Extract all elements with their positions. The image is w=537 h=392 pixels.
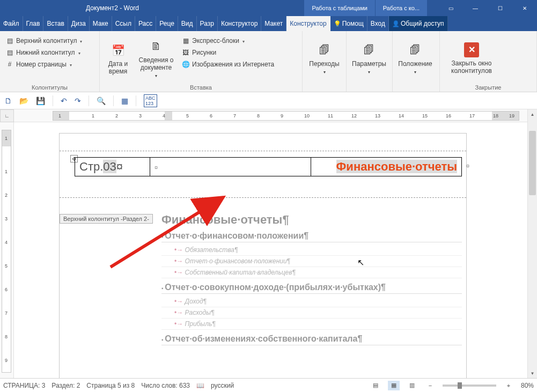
page-number-button[interactable]: #Номер страницы	[3, 59, 84, 70]
context-tab-header-tools[interactable]: Работа с ко...	[376, 0, 427, 16]
nav-icon: 🗐	[316, 42, 333, 59]
tab-design[interactable]: Диза	[68, 16, 90, 31]
ribbon-tabs: Файл Глав Встав Диза Маке Ссыл Расс Реце…	[0, 16, 537, 31]
zoom-slider[interactable]	[443, 384, 496, 387]
read-mode-icon[interactable]: ▤	[370, 381, 381, 390]
print-preview-icon[interactable]: 🔍	[97, 97, 106, 105]
list-item: Доход¶	[161, 296, 462, 307]
horizontal-ruler[interactable]: 1 1 2 3 4 5 6 7 8 9 10 11 12 13 14 15 16…	[14, 109, 527, 122]
document-body: Финансовые·отчеты¶ Отчет·о·финансовом·по…	[161, 213, 462, 347]
tab-references[interactable]: Ссыл	[112, 16, 135, 31]
tab-mailings[interactable]: Расс	[135, 16, 156, 31]
scroll-thumb[interactable]	[529, 131, 536, 195]
row-end-mark: ¤	[466, 162, 469, 169]
list-item: Обязательства¶	[161, 245, 462, 256]
spellcheck-icon[interactable]: 📖	[196, 382, 204, 389]
vertical-scrollbar[interactable]: ▲ ▼	[527, 109, 537, 378]
tab-review[interactable]: Реце	[156, 16, 178, 31]
zoom-out-button[interactable]: −	[424, 381, 436, 390]
document-info-button[interactable]: 🗎 Сведения о документе	[133, 33, 179, 83]
redo-icon[interactable]: ↷	[75, 97, 81, 105]
new-doc-icon[interactable]: 🗋	[4, 97, 12, 105]
list-item: Расходы¶	[161, 307, 462, 319]
ribbon: ▤Верхний колонтитул ▤Нижний колонтитул #…	[0, 31, 537, 92]
save-icon[interactable]: 💾	[36, 97, 45, 105]
open-icon[interactable]: 📂	[19, 97, 28, 105]
navigation-button[interactable]: 🗐Переходы	[306, 33, 343, 83]
tab-view[interactable]: Вид	[178, 16, 197, 31]
title-bar: Документ2 - Word Работа с таблицами Рабо…	[0, 0, 537, 16]
sign-in[interactable]: Вход	[367, 16, 389, 31]
web-layout-icon[interactable]: ▥	[406, 381, 418, 390]
header-area[interactable]: Стр.03¤ ¤ Финансовые·отчеты ¤	[75, 157, 462, 176]
pictures-button[interactable]: 🖼Рисунки	[179, 47, 276, 58]
list-item: Отчет·о·финансовом·положении¶	[161, 256, 462, 267]
empty-cell[interactable]: ¤	[150, 158, 311, 176]
group-label-insert: Вставка	[103, 83, 299, 91]
online-pictures-button[interactable]: 🌐Изображения из Интернета	[179, 59, 276, 70]
zoom-in-button[interactable]: +	[503, 381, 514, 390]
hash-icon: #	[5, 60, 14, 69]
quick-access-toolbar: 🗋 📂 💾 ↶ ↷ 🔍 ▦ ABC123	[0, 92, 537, 109]
header-table[interactable]: Стр.03¤ ¤ Финансовые·отчеты	[75, 157, 462, 176]
position-button[interactable]: 🗐Положение	[396, 33, 435, 83]
page-number-cell[interactable]: Стр.03¤	[75, 158, 150, 176]
zoom-level[interactable]: 80%	[521, 382, 534, 389]
tab-insert[interactable]: Встав	[43, 16, 68, 31]
list-item: Собственный·капитал·владельцев¶	[161, 267, 462, 278]
table-icon[interactable]: ▦	[121, 97, 128, 105]
tab-developer[interactable]: Разр	[197, 16, 218, 31]
status-page-of[interactable]: Страница 5 из 8	[86, 382, 135, 389]
maximize-button[interactable]: ☐	[488, 0, 512, 16]
tab-table-constructor[interactable]: Конструктор	[218, 16, 261, 31]
title-cell[interactable]: Финансовые·отчеты	[311, 158, 462, 176]
status-page[interactable]: СТРАНИЦА: 3	[3, 382, 45, 389]
vertical-ruler[interactable]: 1 1 2 3 4 5 6 7 8 9	[0, 122, 14, 378]
close-x-icon: ✕	[464, 42, 479, 57]
body-h2-2: Отчет·об·изменениях·собственного·капитал…	[161, 334, 462, 345]
body-h1: Финансовые·отчеты¶	[161, 213, 462, 227]
calendar-icon: 📅	[109, 42, 127, 59]
header-button[interactable]: ▤Верхний колонтитул	[3, 35, 84, 46]
tab-home[interactable]: Глав	[23, 16, 44, 31]
word-count-icon[interactable]: ABC123	[144, 94, 157, 107]
ruler-corner[interactable]: ∟	[0, 109, 14, 122]
status-section[interactable]: Раздел: 2	[52, 382, 80, 389]
status-bar: СТРАНИЦА: 3 Раздел: 2 Страница 5 из 8 Чи…	[0, 378, 537, 392]
scroll-down-icon[interactable]: ▼	[528, 368, 537, 378]
doc-info-icon: 🗎	[148, 38, 165, 55]
globe-icon: 🌐	[181, 60, 190, 69]
undo-icon[interactable]: ↶	[61, 97, 67, 105]
ribbon-options-icon[interactable]: ▭	[438, 0, 463, 16]
footer-button[interactable]: ▤Нижний колонтитул	[3, 47, 84, 58]
share-button[interactable]: Общий доступ	[389, 16, 448, 31]
tab-file[interactable]: Файл	[0, 16, 23, 31]
picture-icon: 🖼	[181, 48, 190, 57]
date-time-button[interactable]: 📅 Дата и время	[103, 33, 133, 83]
close-button[interactable]: ✕	[512, 0, 537, 16]
minimize-button[interactable]: —	[463, 0, 488, 16]
quick-parts-button[interactable]: ▦Экспресс-блоки	[179, 35, 276, 46]
header-section-label: Верхний колонтитул -Раздел 2-	[60, 214, 153, 224]
options-button[interactable]: 🗐Параметры	[350, 33, 388, 83]
scroll-up-icon[interactable]: ▲	[528, 109, 537, 119]
mouse-cursor-icon: ↖	[357, 257, 364, 268]
status-word-count[interactable]: Число слов: 633	[141, 382, 190, 389]
header-icon: ▤	[5, 36, 14, 45]
status-language[interactable]: русский	[211, 382, 234, 389]
window-title: Документ2 - Word	[86, 4, 139, 12]
body-h2-0: Отчет·о·финансовом·положении¶	[161, 231, 462, 242]
print-layout-icon[interactable]: ▦	[388, 381, 400, 390]
tab-table-layout[interactable]: Макет	[261, 16, 286, 31]
group-label-close: Закрытие	[443, 83, 533, 91]
tab-layout[interactable]: Маке	[90, 16, 112, 31]
page[interactable]: ✥ Стр.03¤ ¤ Финансовые·отчеты ¤ Верхний …	[59, 133, 467, 378]
group-label-headers: Колонтитулы	[3, 83, 96, 91]
close-header-footer-button[interactable]: ✕Закрыть окно колонтитулов	[443, 33, 500, 83]
tell-me[interactable]: Помощ	[330, 16, 367, 31]
context-tab-table-tools[interactable]: Работа с таблицами	[304, 0, 374, 16]
body-h2-1: Отчет·о·совокупном·доходе·(прибылях·и·уб…	[161, 283, 462, 294]
document-area[interactable]: ✥ Стр.03¤ ¤ Финансовые·отчеты ¤ Верхний …	[14, 122, 527, 378]
options-icon: 🗐	[361, 42, 378, 59]
tab-header-constructor[interactable]: Конструктор	[286, 16, 330, 31]
